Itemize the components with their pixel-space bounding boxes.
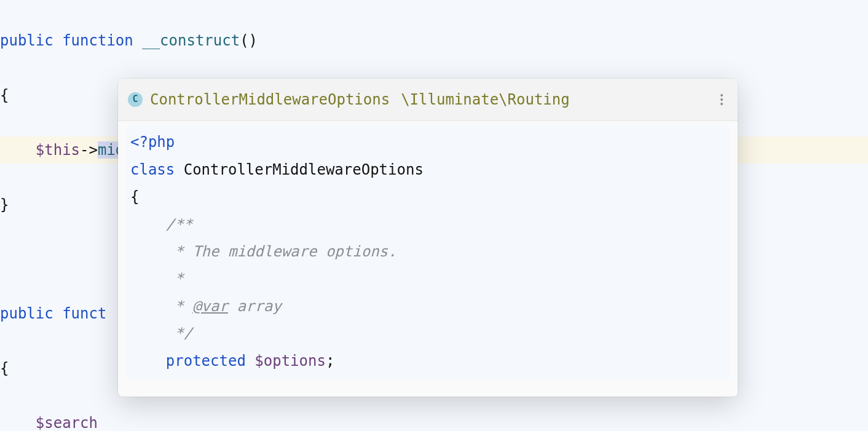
popup-title: ControllerMiddlewareOptions [150, 86, 390, 113]
parens: () [240, 32, 258, 49]
code-line[interactable]: public function __construct() [0, 27, 868, 54]
keyword: class [130, 161, 175, 178]
php-open-tag: <?php [130, 133, 175, 151]
docblock: array [228, 298, 282, 315]
variable: $search [36, 414, 98, 431]
keyword: protected [166, 352, 246, 370]
variable: $this [36, 141, 80, 159]
class-icon: C [128, 92, 143, 107]
code-line[interactable]: $search [0, 409, 868, 431]
keyword: function [62, 32, 133, 49]
function-name: __construct [142, 32, 240, 49]
brace: { [0, 360, 9, 377]
docblock: * [166, 298, 192, 315]
docblock: */ [166, 325, 192, 342]
quick-doc-popup[interactable]: C ControllerMiddlewareOptions \Illuminat… [118, 79, 738, 397]
keyword: funct [62, 305, 106, 322]
operator: -> [80, 141, 98, 159]
docblock: * [166, 270, 184, 287]
classname: ControllerMiddlewareOptions [184, 161, 424, 178]
docblock: * The middleware options. [166, 243, 397, 260]
popup-code-preview[interactable]: <?php class ControllerMiddlewareOptions … [125, 125, 730, 379]
doc-tag: @var [192, 298, 228, 315]
popup-header: C ControllerMiddlewareOptions \Illuminat… [118, 79, 738, 121]
brace: { [130, 188, 139, 205]
more-icon[interactable] [716, 90, 728, 109]
popup-namespace: \Illuminate\Routing [401, 86, 570, 113]
variable: $options [254, 352, 326, 370]
keyword: public [0, 305, 53, 322]
brace: { [0, 87, 9, 104]
semicolon: ; [326, 352, 334, 370]
popup-body: <?php class ControllerMiddlewareOptions … [118, 121, 738, 397]
brace: } [0, 196, 9, 213]
docblock: /** [166, 216, 192, 233]
keyword: public [0, 32, 53, 49]
